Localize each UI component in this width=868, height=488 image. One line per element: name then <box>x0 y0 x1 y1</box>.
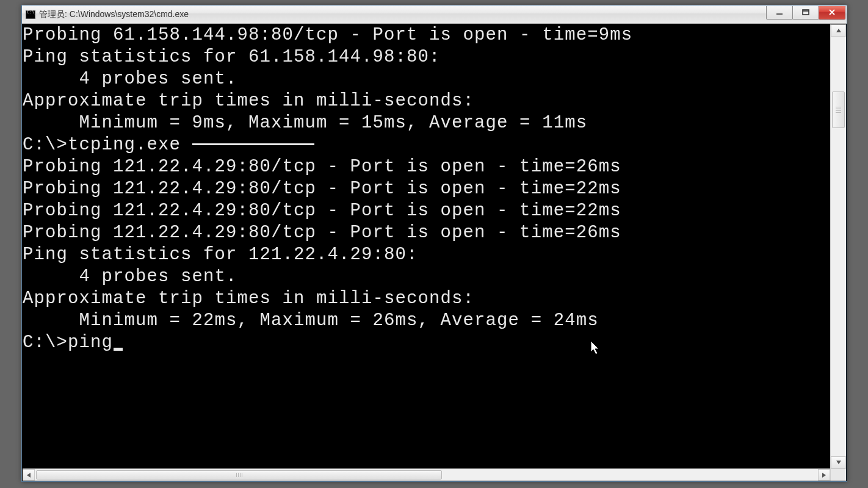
svg-marker-6 <box>836 461 841 464</box>
minimize-icon <box>775 9 784 16</box>
vertical-scroll-thumb[interactable] <box>832 92 845 128</box>
window-title: 管理员: C:\Windows\system32\cmd.exe <box>39 9 189 20</box>
console-line: 4 probes sent. <box>23 266 830 288</box>
console-line: Probing 121.22.4.29:80/tcp - Port is ope… <box>23 200 830 222</box>
console-line: C:\>tcping.exe <box>23 134 830 156</box>
horizontal-scrollbar[interactable] <box>23 468 830 481</box>
vertical-scrollbar[interactable] <box>830 24 846 468</box>
console-line: Probing 61.158.144.98:80/tcp - Port is o… <box>23 24 830 46</box>
console-line: Ping statistics for 61.158.144.98:80: <box>23 46 830 68</box>
maximize-button[interactable] <box>792 6 819 20</box>
cmd-icon <box>26 10 35 19</box>
chevron-down-icon <box>836 460 842 465</box>
chevron-left-icon <box>26 472 31 478</box>
redacted-text <box>192 143 314 145</box>
chevron-up-icon <box>836 28 842 33</box>
svg-marker-5 <box>836 29 841 32</box>
console-line: C:\>ping <box>23 332 830 354</box>
console-line: Approximate trip times in milli-seconds: <box>23 90 830 112</box>
titlebar[interactable]: 管理员: C:\Windows\system32\cmd.exe <box>22 5 847 24</box>
console-line: 4 probes sent. <box>23 68 830 90</box>
console-line: Ping statistics for 121.22.4.29:80: <box>23 244 830 266</box>
horizontal-scroll-thumb[interactable] <box>36 470 442 479</box>
console-output[interactable]: Probing 61.158.144.98:80/tcp - Port is o… <box>23 24 830 468</box>
close-icon <box>828 9 836 16</box>
scroll-up-button[interactable] <box>831 24 846 37</box>
close-button[interactable] <box>819 6 845 20</box>
scroll-down-button[interactable] <box>831 456 846 468</box>
console-line: Probing 121.22.4.29:80/tcp - Port is ope… <box>23 178 830 200</box>
chevron-right-icon <box>822 472 826 478</box>
console-line: Probing 121.22.4.29:80/tcp - Port is ope… <box>23 156 830 178</box>
console-line: Minimum = 9ms, Maximum = 15ms, Average =… <box>23 112 830 134</box>
svg-marker-7 <box>27 473 31 478</box>
console-line: Probing 121.22.4.29:80/tcp - Port is ope… <box>23 222 830 244</box>
scrollbar-corner <box>830 468 846 481</box>
maximize-icon <box>801 9 810 16</box>
console-line: Minimum = 22ms, Maximum = 26ms, Average … <box>23 310 830 332</box>
scroll-right-button[interactable] <box>818 469 830 481</box>
console-line: Approximate trip times in milli-seconds: <box>23 288 830 310</box>
client-area: Probing 61.158.144.98:80/tcp - Port is o… <box>23 24 846 481</box>
window-controls <box>767 6 845 20</box>
minimize-button[interactable] <box>766 6 793 20</box>
svg-marker-8 <box>822 473 826 478</box>
text-cursor <box>114 348 123 351</box>
scroll-left-button[interactable] <box>23 469 35 481</box>
cmd-window: 管理员: C:\Windows\system32\cmd.exe <box>21 5 847 482</box>
